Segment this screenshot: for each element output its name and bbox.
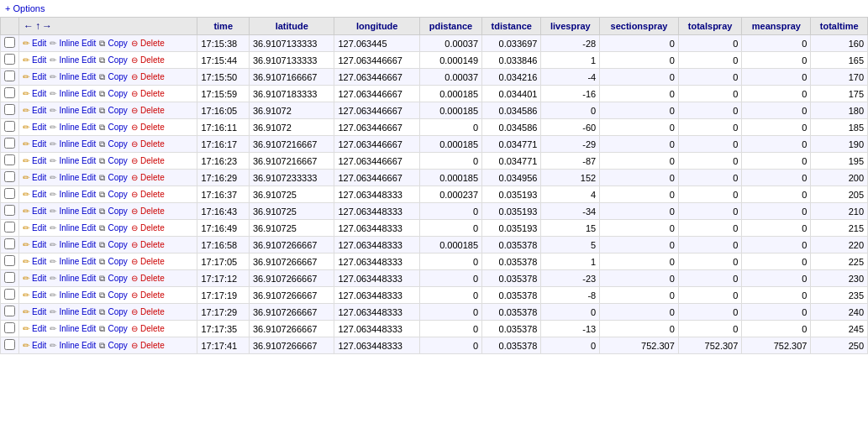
edit-button[interactable]: Edit [32,39,46,48]
edit-button[interactable]: Edit [32,106,46,115]
delete-button[interactable]: Delete [140,89,165,98]
row-checkbox[interactable] [4,138,15,149]
inline-edit-button[interactable]: Inline Edit [59,290,96,300]
nav-left-icon[interactable]: ← [24,20,34,32]
copy-button[interactable]: Copy [108,106,127,115]
delete-button[interactable]: Delete [140,341,165,350]
edit-button[interactable]: Edit [32,173,46,182]
col-latitude[interactable]: latitude [249,18,334,35]
col-pdistance[interactable]: pdistance [419,18,481,35]
copy-button[interactable]: Copy [108,55,127,65]
inline-edit-button[interactable]: Inline Edit [59,324,96,333]
row-checkbox[interactable] [4,171,15,182]
delete-button[interactable]: Delete [140,139,165,149]
copy-button[interactable]: Copy [108,123,127,132]
edit-button[interactable]: Edit [32,274,46,283]
copy-button[interactable]: Copy [108,139,127,149]
col-longitude[interactable]: longitude [334,18,420,35]
row-checkbox[interactable] [4,154,15,165]
row-checkbox[interactable] [4,255,15,266]
col-nav[interactable]: ← ↑ → [19,18,197,35]
copy-button[interactable]: Copy [108,324,127,333]
delete-button[interactable]: Delete [140,307,165,316]
col-totalspray[interactable]: totalspray [678,18,742,35]
edit-button[interactable]: Edit [32,223,46,233]
delete-button[interactable]: Delete [140,173,165,182]
inline-edit-button[interactable]: Inline Edit [59,274,96,283]
row-checkbox[interactable] [4,322,15,333]
inline-edit-button[interactable]: Inline Edit [59,190,96,199]
row-checkbox[interactable] [4,339,15,350]
delete-button[interactable]: Delete [140,55,165,65]
delete-button[interactable]: Delete [140,123,165,132]
edit-button[interactable]: Edit [32,72,46,81]
row-checkbox[interactable] [4,54,15,65]
copy-button[interactable]: Copy [108,290,127,300]
row-checkbox[interactable] [4,71,15,81]
nav-up-icon[interactable]: ↑ [35,20,40,32]
inline-edit-button[interactable]: Inline Edit [59,106,96,115]
delete-button[interactable]: Delete [140,206,165,216]
row-checkbox[interactable] [4,289,15,300]
edit-button[interactable]: Edit [32,341,46,350]
copy-button[interactable]: Copy [108,89,127,98]
inline-edit-button[interactable]: Inline Edit [59,240,96,249]
inline-edit-button[interactable]: Inline Edit [59,39,96,48]
inline-edit-button[interactable]: Inline Edit [59,156,96,165]
delete-button[interactable]: Delete [140,156,165,165]
delete-button[interactable]: Delete [140,223,165,233]
col-totaltime[interactable]: totaltime [811,18,868,35]
copy-button[interactable]: Copy [108,190,127,199]
delete-button[interactable]: Delete [140,257,165,266]
copy-button[interactable]: Copy [108,307,127,316]
row-checkbox[interactable] [4,205,15,216]
inline-edit-button[interactable]: Inline Edit [59,223,96,233]
inline-edit-button[interactable]: Inline Edit [59,89,96,98]
copy-button[interactable]: Copy [108,341,127,350]
options-link[interactable]: + Options [5,3,45,13]
copy-button[interactable]: Copy [108,173,127,182]
edit-button[interactable]: Edit [32,55,46,65]
col-livespray[interactable]: livespray [541,18,600,35]
row-checkbox[interactable] [4,306,15,316]
col-sectionspray[interactable]: sectionspray [600,18,679,35]
edit-button[interactable]: Edit [32,206,46,216]
delete-button[interactable]: Delete [140,240,165,249]
inline-edit-button[interactable]: Inline Edit [59,307,96,316]
edit-button[interactable]: Edit [32,156,46,165]
delete-button[interactable]: Delete [140,274,165,283]
edit-button[interactable]: Edit [32,89,46,98]
nav-right-icon[interactable]: → [42,20,52,32]
copy-button[interactable]: Copy [108,257,127,266]
copy-button[interactable]: Copy [108,240,127,249]
row-checkbox[interactable] [4,222,15,233]
edit-button[interactable]: Edit [32,190,46,199]
edit-button[interactable]: Edit [32,307,46,316]
delete-button[interactable]: Delete [140,72,165,81]
delete-button[interactable]: Delete [140,106,165,115]
col-tdistance[interactable]: tdistance [482,18,541,35]
copy-button[interactable]: Copy [108,223,127,233]
inline-edit-button[interactable]: Inline Edit [59,123,96,132]
edit-button[interactable]: Edit [32,290,46,300]
edit-button[interactable]: Edit [32,257,46,266]
inline-edit-button[interactable]: Inline Edit [59,139,96,149]
col-meanspray[interactable]: meanspray [742,18,811,35]
col-time[interactable]: time [197,18,250,35]
copy-button[interactable]: Copy [108,156,127,165]
delete-button[interactable]: Delete [140,190,165,199]
row-checkbox[interactable] [4,87,15,98]
inline-edit-button[interactable]: Inline Edit [59,55,96,65]
row-checkbox[interactable] [4,121,15,132]
inline-edit-button[interactable]: Inline Edit [59,206,96,216]
delete-button[interactable]: Delete [140,290,165,300]
edit-button[interactable]: Edit [32,240,46,249]
delete-button[interactable]: Delete [140,324,165,333]
edit-button[interactable]: Edit [32,123,46,132]
row-checkbox[interactable] [4,188,15,199]
inline-edit-button[interactable]: Inline Edit [59,257,96,266]
edit-button[interactable]: Edit [32,324,46,333]
inline-edit-button[interactable]: Inline Edit [59,341,96,350]
row-checkbox[interactable] [4,238,15,249]
copy-button[interactable]: Copy [108,274,127,283]
